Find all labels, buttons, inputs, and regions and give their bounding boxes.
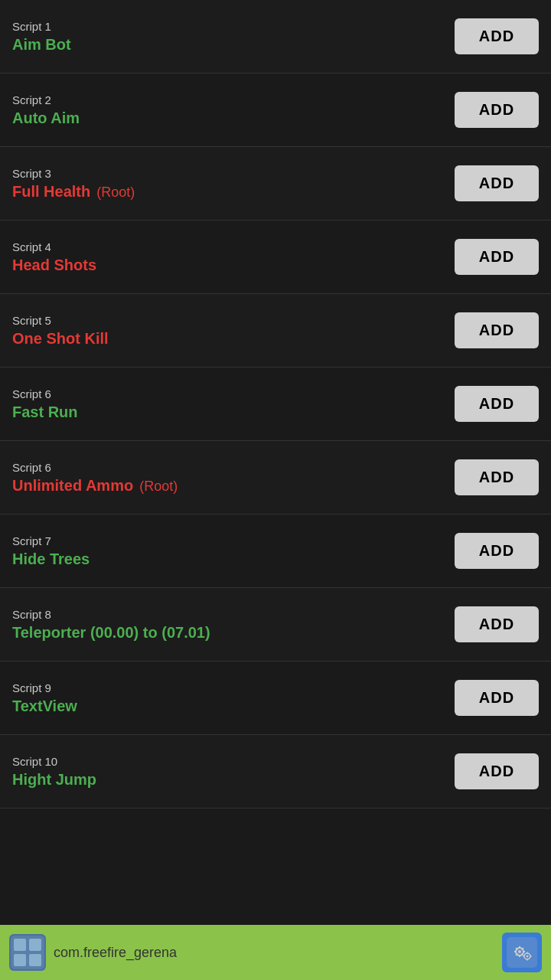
script-label: Script 8 (12, 608, 210, 621)
script-info: Script 3Full Health(Root) (12, 167, 135, 201)
script-name: One Shot Kill (12, 330, 109, 347)
root-tag: (Root) (96, 185, 135, 200)
svg-rect-3 (14, 954, 26, 966)
root-tag: (Root) (139, 479, 178, 494)
add-button[interactable]: ADD (455, 753, 539, 789)
svg-rect-1 (14, 939, 26, 951)
script-label: Script 10 (12, 755, 96, 768)
add-button[interactable]: ADD (455, 680, 539, 716)
script-name: Teleporter (00.00) to (07.01) (12, 624, 210, 641)
script-label: Script 2 (12, 93, 80, 106)
script-label: Script 5 (12, 314, 109, 327)
script-label: Script 6 (12, 461, 178, 474)
script-row: Script 8Teleporter (00.00) to (07.01)ADD (0, 588, 551, 662)
script-info: Script 8Teleporter (00.00) to (07.01) (12, 608, 210, 642)
script-name: Auto Aim (12, 109, 80, 126)
script-row: Script 6Unlimited Ammo(Root)ADD (0, 441, 551, 514)
add-button[interactable]: ADD (455, 312, 539, 348)
add-button[interactable]: ADD (455, 239, 539, 275)
script-row: Script 4Head ShotsADD (0, 220, 551, 294)
add-button[interactable]: ADD (455, 459, 539, 495)
script-name: Head Shots (12, 256, 96, 273)
script-name: Aim Bot (12, 36, 71, 53)
script-info: Script 7Hide Trees (12, 534, 90, 568)
add-button[interactable]: ADD (455, 386, 539, 422)
script-row: Script 10Hight JumpADD (0, 735, 551, 808)
add-button[interactable]: ADD (455, 606, 539, 642)
app-name-label: com.freefire_gerena (54, 945, 177, 961)
script-info: Script 2Auto Aim (12, 93, 80, 127)
script-row: Script 5One Shot KillADD (0, 294, 551, 368)
script-info: Script 1Aim Bot (12, 20, 71, 54)
svg-point-17 (527, 956, 529, 958)
script-name: Fast Run (12, 403, 78, 420)
taskbar: com.freefire_gerena (0, 925, 551, 980)
script-row: Script 6Fast RunADD (0, 368, 551, 441)
script-name: TextView (12, 697, 77, 714)
add-button[interactable]: ADD (455, 165, 539, 201)
script-row: Script 1Aim BotADD (0, 0, 551, 74)
taskbar-left: com.freefire_gerena (9, 934, 177, 971)
script-name: Hight Jump (12, 771, 96, 788)
add-button[interactable]: ADD (455, 18, 539, 54)
svg-rect-4 (29, 954, 41, 966)
scripts-list: Script 1Aim BotADDScript 2Auto AimADDScr… (0, 0, 551, 925)
script-info: Script 9TextView (12, 681, 77, 715)
settings-icon-container[interactable] (502, 933, 542, 972)
script-info: Script 5One Shot Kill (12, 314, 109, 348)
script-name: Unlimited Ammo (12, 477, 133, 494)
add-button[interactable]: ADD (455, 533, 539, 569)
script-row: Script 9TextViewADD (0, 662, 551, 735)
script-label: Script 6 (12, 387, 78, 400)
script-info: Script 6Unlimited Ammo(Root) (12, 461, 178, 495)
script-info: Script 4Head Shots (12, 240, 96, 274)
script-info: Script 6Fast Run (12, 387, 78, 421)
script-label: Script 3 (12, 167, 135, 180)
add-button[interactable]: ADD (455, 92, 539, 128)
script-row: Script 3Full Health(Root)ADD (0, 147, 551, 220)
script-label: Script 4 (12, 240, 96, 253)
svg-point-7 (518, 950, 521, 953)
script-info: Script 10Hight Jump (12, 755, 96, 789)
app-icon (9, 934, 46, 971)
svg-rect-5 (507, 937, 537, 968)
script-name: Hide Trees (12, 550, 90, 567)
script-label: Script 7 (12, 534, 90, 547)
script-row: Script 2Auto AimADD (0, 74, 551, 147)
script-row: Script 7Hide TreesADD (0, 514, 551, 588)
script-label: Script 9 (12, 681, 77, 694)
svg-rect-2 (29, 939, 41, 951)
script-name: Full Health (12, 183, 90, 200)
script-label: Script 1 (12, 20, 71, 33)
